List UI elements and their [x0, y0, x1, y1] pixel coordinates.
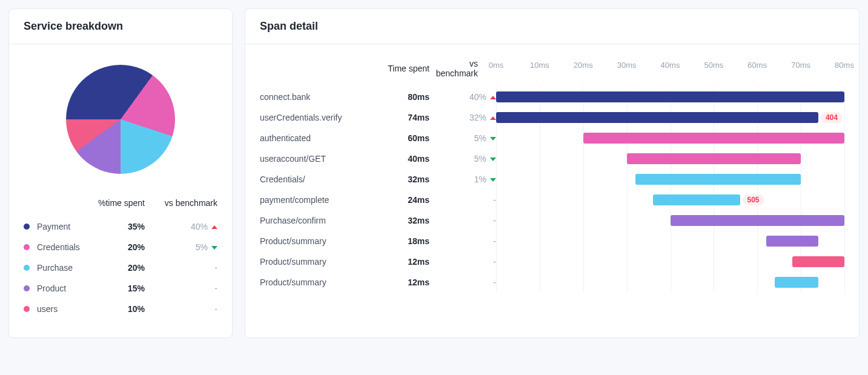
span-time: 32ms — [375, 211, 429, 230]
axis-tick: 70ms — [791, 61, 810, 70]
service-time: 20% — [84, 263, 145, 273]
axis-tick: 80ms — [835, 61, 854, 70]
span-detail-table: Time spent vs benchmark 0ms10ms20ms30ms4… — [260, 59, 844, 293]
span-benchmark: - — [429, 231, 496, 251]
legend-dot — [24, 224, 30, 230]
service-time: 35% — [84, 222, 145, 231]
span-benchmark: - — [429, 252, 496, 271]
service-row: Purchase20%- — [24, 257, 217, 278]
span-bar-cell — [496, 210, 844, 231]
span-bar — [653, 194, 740, 205]
axis-tick: 30ms — [617, 61, 637, 70]
span-bar — [496, 91, 844, 102]
service-time: 15% — [84, 284, 145, 293]
span-col-bench: vs benchmark — [429, 59, 496, 87]
service-name: Payment — [37, 222, 84, 231]
legend-dot — [24, 244, 30, 250]
span-benchmark: 1% — [429, 170, 496, 189]
span-bar-cell — [496, 87, 844, 107]
service-time: 20% — [84, 242, 145, 252]
span-col-time: Time spent — [375, 64, 429, 82]
span-bar-cell — [496, 272, 844, 293]
service-time: 10% — [84, 304, 145, 314]
span-name: Product/summary — [260, 273, 375, 292]
span-name: connect.bank — [260, 87, 375, 107]
span-bar — [766, 236, 818, 247]
span-bar — [775, 277, 818, 288]
col-header-bench: vs benchmark — [145, 198, 217, 208]
span-name: Purchase/confirm — [260, 211, 375, 230]
span-bar-cell — [496, 169, 844, 190]
axis-tick: 0ms — [489, 61, 504, 70]
service-name: users — [37, 304, 84, 314]
span-bar — [496, 112, 818, 123]
span-time: 24ms — [375, 190, 429, 210]
pie-chart — [24, 65, 217, 174]
span-benchmark: - — [429, 273, 496, 292]
legend-dot — [24, 285, 30, 291]
service-name: Product — [37, 284, 84, 293]
service-breakdown-title: Service breakdown — [9, 9, 232, 44]
legend-dot — [24, 306, 30, 312]
service-breakdown-card: Service breakdown %time spent vs benchma… — [8, 8, 233, 338]
span-bar-cell: 404 — [496, 107, 844, 128]
span-name: payment/complete — [260, 190, 375, 210]
error-badge: 505 — [743, 194, 764, 205]
triangle-up-icon — [490, 116, 496, 120]
span-benchmark: 5% — [429, 149, 496, 168]
timeline-axis: 0ms10ms20ms30ms40ms50ms60ms70ms80ms — [496, 61, 844, 85]
triangle-up-icon — [211, 225, 217, 229]
triangle-down-icon — [211, 246, 217, 250]
service-row: Credentials20%5% — [24, 237, 217, 257]
span-time: 18ms — [375, 231, 429, 251]
span-bar — [671, 215, 845, 226]
service-name: Purchase — [37, 263, 84, 273]
span-name: Credentials/ — [260, 170, 375, 189]
span-bar-cell: 505 — [496, 190, 844, 210]
span-bar-cell — [496, 251, 844, 272]
legend-dot — [24, 265, 30, 271]
triangle-down-icon — [490, 137, 496, 141]
service-benchmark: 5% — [145, 242, 217, 252]
triangle-down-icon — [490, 178, 496, 182]
span-bar-cell — [496, 128, 844, 148]
span-name: Product/summary — [260, 231, 375, 251]
span-benchmark: - — [429, 190, 496, 210]
span-name: userCredentials.verify — [260, 108, 375, 127]
span-bar — [627, 153, 801, 164]
service-row: Product15%- — [24, 278, 217, 299]
span-name: Product/summary — [260, 252, 375, 271]
service-row: users10%- — [24, 299, 217, 319]
span-detail-title: Span detail — [245, 9, 859, 44]
span-bar — [635, 174, 801, 185]
error-badge: 404 — [821, 112, 843, 123]
span-time: 60ms — [375, 128, 429, 148]
service-benchmark: - — [145, 263, 217, 273]
span-time: 40ms — [375, 149, 429, 168]
axis-tick: 50ms — [704, 61, 723, 70]
span-benchmark: 40% — [429, 87, 496, 107]
triangle-up-icon — [490, 96, 496, 99]
span-time: 12ms — [375, 252, 429, 271]
span-name: authenticated — [260, 128, 375, 148]
service-name: Credentials — [37, 242, 84, 252]
service-row: Payment35%40% — [24, 216, 217, 237]
axis-tick: 60ms — [747, 61, 767, 70]
span-bar — [583, 133, 844, 144]
span-bar — [792, 256, 844, 267]
axis-tick: 20ms — [574, 61, 593, 70]
col-header-time: %time spent — [84, 198, 145, 208]
service-benchmark: - — [145, 304, 217, 314]
service-benchmark: - — [145, 284, 217, 293]
span-benchmark: 5% — [429, 128, 496, 148]
span-benchmark: 32% — [429, 108, 496, 127]
span-name: useraccount/GET — [260, 149, 375, 168]
service-benchmark: 40% — [145, 222, 217, 231]
span-time: 74ms — [375, 108, 429, 127]
span-time: 80ms — [375, 87, 429, 107]
span-time: 12ms — [375, 273, 429, 292]
span-time: 32ms — [375, 170, 429, 189]
triangle-down-icon — [490, 158, 496, 161]
span-benchmark: - — [429, 211, 496, 230]
axis-tick: 10ms — [530, 61, 549, 70]
